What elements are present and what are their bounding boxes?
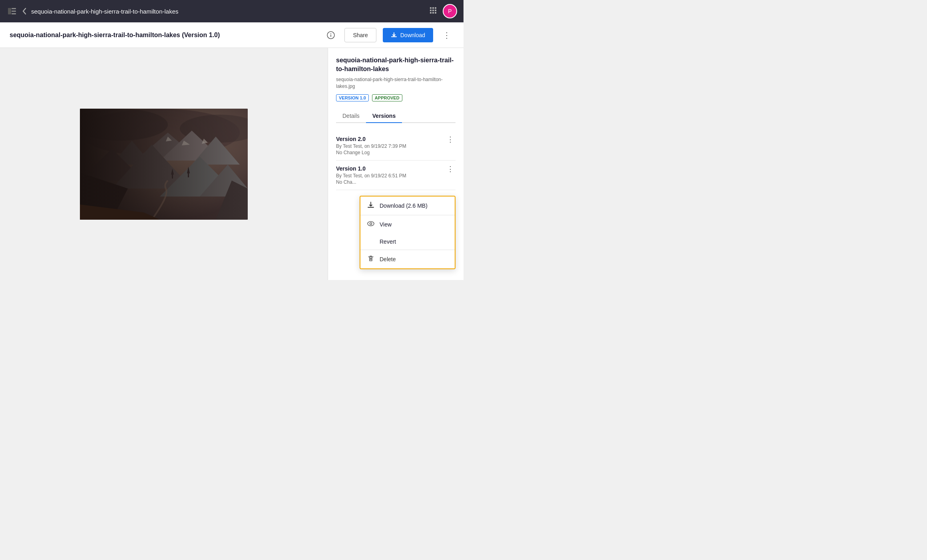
svg-rect-6	[435, 7, 436, 9]
svg-rect-4	[430, 7, 432, 9]
dropdown-delete-item[interactable]: Delete	[360, 250, 455, 268]
dropdown-menu: Download (2.6 MB) View Revert	[360, 196, 456, 269]
tab-versions[interactable]: Versions	[366, 109, 402, 123]
dropdown-revert-item[interactable]: Revert	[360, 234, 455, 250]
dropdown-view-icon	[367, 220, 375, 229]
svg-point-40	[370, 223, 372, 225]
svg-rect-9	[435, 10, 436, 11]
dropdown-delete-icon	[367, 255, 375, 264]
dropdown-delete-label: Delete	[380, 256, 396, 262]
svg-rect-10	[430, 12, 432, 14]
dropdown-revert-label: Revert	[380, 238, 396, 245]
grid-icon[interactable]	[430, 7, 438, 15]
avatar[interactable]: P	[443, 4, 457, 18]
svg-rect-14	[331, 34, 332, 37]
badges: VERSION 1.0 APPROVED	[336, 94, 456, 101]
svg-rect-0	[8, 8, 11, 14]
sub-header: sequoia-national-park-high-sierra-trail-…	[0, 22, 464, 48]
version-1-meta: By Test Test, on 9/19/22 6:51 PM	[336, 173, 406, 179]
mountain-image	[80, 109, 248, 220]
svg-point-39	[368, 222, 374, 226]
top-nav: sequoia-national-park-high-sierra-trail-…	[0, 0, 464, 22]
svg-rect-12	[435, 12, 436, 14]
sub-header-title: sequoia-national-park-high-sierra-trail-…	[10, 32, 317, 39]
version-1-more-button[interactable]: ⋮	[445, 165, 456, 173]
nav-title: sequoia-national-park-high-sierra-trail-…	[31, 8, 425, 15]
dropdown-download-icon	[367, 201, 375, 210]
dropdown-view-label: View	[380, 221, 392, 228]
share-button[interactable]: Share	[344, 28, 376, 42]
version-item-2: Version 2.0 By Test Test, on 9/19/22 7:3…	[336, 131, 456, 161]
sidebar-toggle-icon[interactable]	[6, 6, 18, 17]
download-icon	[391, 32, 397, 38]
dropdown-view-item[interactable]: View	[360, 215, 455, 234]
svg-rect-11	[432, 12, 434, 14]
image-area	[0, 48, 328, 280]
back-icon[interactable]	[22, 8, 26, 15]
panel-filename-title: sequoia-national-park-high-sierra-trail-…	[336, 56, 456, 74]
version-2-number: Version 2.0	[336, 136, 406, 142]
dropdown-download-item[interactable]: Download (2.6 MB)	[360, 197, 455, 215]
image-container	[80, 109, 248, 220]
panel-filename-sub: sequoia-national-park-high-sierra-trail-…	[336, 76, 456, 90]
tab-details[interactable]: Details	[336, 109, 366, 123]
right-panel: sequoia-national-park-high-sierra-trail-…	[328, 48, 464, 280]
svg-rect-2	[12, 11, 16, 12]
version-2-changelog: No Change Log	[336, 150, 406, 155]
svg-rect-5	[432, 7, 434, 9]
version-item-1: Version 1.0 By Test Test, on 9/19/22 6:5…	[336, 161, 456, 190]
svg-rect-7	[430, 10, 432, 11]
more-options-button[interactable]: ⋮	[440, 28, 454, 42]
svg-rect-1	[12, 8, 16, 9]
version-2-more-button[interactable]: ⋮	[445, 136, 456, 143]
svg-rect-8	[432, 10, 434, 11]
main-content: sequoia-national-park-high-sierra-trail-…	[0, 48, 464, 280]
svg-rect-33	[80, 109, 248, 220]
approved-badge: APPROVED	[372, 94, 402, 101]
version-1-changelog: No Cha...	[336, 179, 406, 185]
svg-point-15	[330, 33, 331, 34]
info-button[interactable]	[324, 28, 338, 42]
version-badge: VERSION 1.0	[336, 94, 369, 101]
download-button[interactable]: Download	[383, 28, 433, 42]
version-1-number: Version 1.0	[336, 165, 406, 172]
dropdown-download-label: Download (2.6 MB)	[380, 203, 428, 209]
svg-rect-3	[12, 13, 16, 14]
version-2-meta: By Test Test, on 9/19/22 7:39 PM	[336, 143, 406, 149]
tabs: Details Versions	[336, 109, 456, 123]
